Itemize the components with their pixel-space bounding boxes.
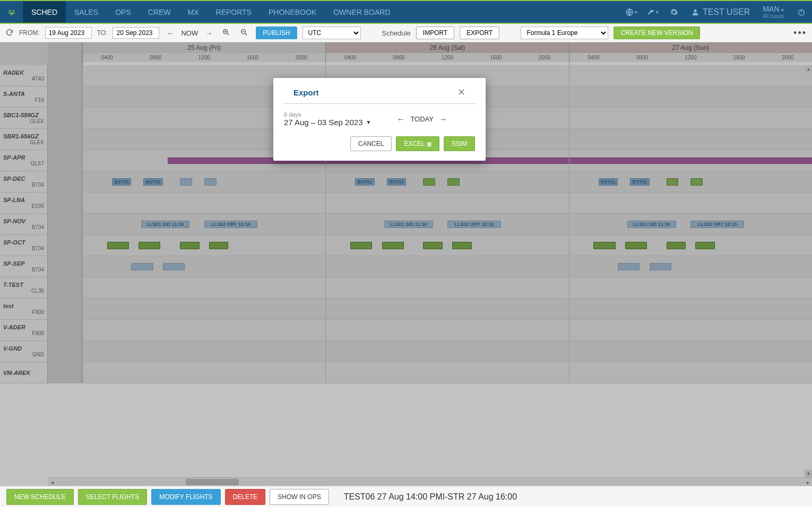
range-prev-icon[interactable]: ← xyxy=(396,115,405,124)
base-selector[interactable]: MAN ▾ All bases xyxy=(756,1,791,23)
user-menu[interactable]: TEST USER xyxy=(685,1,757,23)
selection-info: TEST06 27 Aug 14:00 PMI-STR 27 Aug 16:00 xyxy=(344,492,517,502)
date-range-picker[interactable]: 8 days 27 Aug – 03 Sep 2023 ▼ xyxy=(284,111,371,127)
to-label: TO: xyxy=(97,29,108,37)
create-version-button[interactable]: CREATE NEW VERSION xyxy=(614,27,699,39)
svg-line-10 xyxy=(227,33,229,35)
logo-paw-icon[interactable] xyxy=(0,1,23,23)
show-in-ops-button[interactable]: SHOW IN OPS xyxy=(270,489,329,505)
svg-point-4 xyxy=(10,12,13,15)
close-icon[interactable]: ✕ xyxy=(457,86,465,98)
svg-point-1 xyxy=(12,10,14,11)
power-icon[interactable] xyxy=(791,1,812,23)
gear-icon[interactable] xyxy=(663,1,685,23)
nav-tab-owner-board[interactable]: OWNER BOARD xyxy=(325,1,399,23)
nav-tab-mx[interactable]: MX xyxy=(179,1,208,23)
publish-button[interactable]: PUBLISH xyxy=(256,27,297,39)
svg-point-2 xyxy=(8,12,10,14)
zoom-out-icon[interactable] xyxy=(238,28,250,38)
import-button[interactable]: IMPORT xyxy=(416,27,454,39)
excel-icon: ▦ xyxy=(427,141,431,147)
nav-tab-reports[interactable]: REPORTS xyxy=(208,1,260,23)
next-arrow-icon[interactable]: → xyxy=(203,29,214,37)
today-button[interactable]: TODAY xyxy=(410,115,434,123)
ssim-button[interactable]: SSIM xyxy=(444,136,475,151)
new-schedule-button[interactable]: NEW SCHEDULE xyxy=(6,489,74,505)
svg-line-14 xyxy=(245,33,247,35)
to-date-input[interactable] xyxy=(113,27,159,39)
nav-tab-phonebook[interactable]: PHONEBOOK xyxy=(260,1,325,23)
timezone-select[interactable]: UTC xyxy=(303,27,361,39)
modify-flights-button[interactable]: MODIFY FLIGHTS xyxy=(151,489,220,505)
cancel-button[interactable]: CANCEL xyxy=(350,136,392,151)
svg-point-6 xyxy=(694,9,696,12)
now-button[interactable]: NOW xyxy=(181,29,198,37)
range-next-icon[interactable]: → xyxy=(439,115,447,124)
nav-tab-sched[interactable]: SCHED xyxy=(23,0,66,23)
caret-down-icon: ▼ xyxy=(366,119,371,125)
schedule-label: Schedule xyxy=(382,29,411,37)
nav-tab-sales[interactable]: SALES xyxy=(66,1,107,23)
svg-point-3 xyxy=(13,12,15,14)
export-button[interactable]: EXPORT xyxy=(460,27,499,39)
from-label: FROM: xyxy=(19,29,40,37)
svg-point-0 xyxy=(9,10,11,11)
prev-arrow-icon[interactable]: ← xyxy=(165,29,176,37)
from-date-input[interactable] xyxy=(45,27,92,39)
bottom-bar: NEW SCHEDULE SELECT FLIGHTS MODIFY FLIGH… xyxy=(0,486,812,507)
export-modal: Export ✕ 8 days 27 Aug – 03 Sep 2023 ▼ ←… xyxy=(273,78,486,161)
event-select[interactable]: Formula 1 Europe xyxy=(521,27,608,39)
wrench-icon[interactable]: ▾ xyxy=(642,1,663,23)
zoom-in-icon[interactable] xyxy=(220,28,232,38)
refresh-icon[interactable] xyxy=(5,28,14,38)
toolbar: FROM: TO: ← NOW → PUBLISH UTC Schedule I… xyxy=(0,23,812,42)
excel-button[interactable]: EXCEL ▦ xyxy=(396,136,439,151)
select-flights-button[interactable]: SELECT FLIGHTS xyxy=(78,489,147,505)
modal-title: Export xyxy=(293,88,319,97)
nav-tab-crew[interactable]: CREW xyxy=(140,1,179,23)
more-icon[interactable]: ••• xyxy=(793,28,807,39)
globe-icon[interactable]: ▾ xyxy=(621,1,642,23)
delete-button[interactable]: DELETE xyxy=(225,489,266,505)
user-name: TEST USER xyxy=(703,7,750,17)
nav-tab-ops[interactable]: OPS xyxy=(107,1,140,23)
top-nav: SCHEDSALESOPSCREWMXREPORTSPHONEBOOKOWNER… xyxy=(0,0,812,23)
